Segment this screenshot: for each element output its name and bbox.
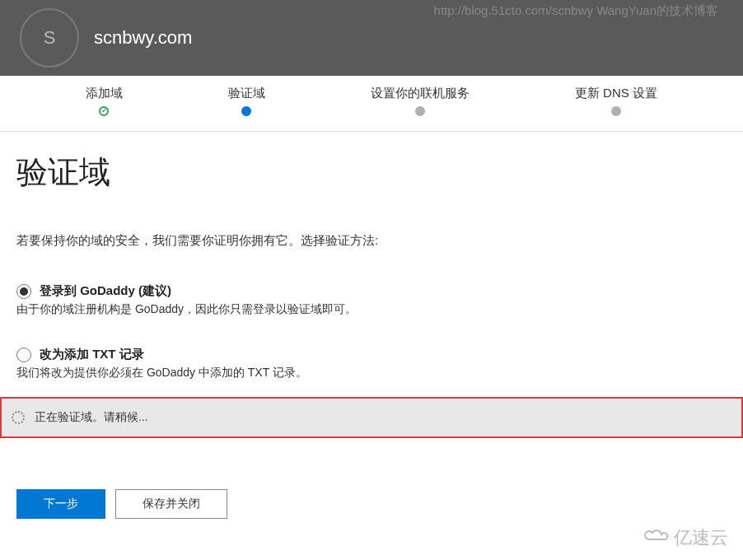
status-text: 正在验证域。请稍候... (35, 410, 148, 425)
radio-unselected-icon[interactable] (16, 348, 31, 362)
check-icon (99, 106, 109, 116)
step-online-services[interactable]: 设置你的联机服务 (371, 86, 470, 116)
step-update-dns[interactable]: 更新 DNS 设置 (575, 86, 657, 116)
content-area: 验证域 若要保持你的域的安全，我们需要你证明你拥有它。选择验证方法: 登录到 G… (0, 132, 743, 438)
step-verify-domain[interactable]: 验证域 (228, 86, 265, 116)
option-godaddy-label: 登录到 GoDaddy (建议) (40, 283, 171, 299)
step-label: 添加域 (86, 86, 123, 101)
footer-logo-text: 亿速云 (674, 525, 728, 550)
blog-watermark: http://blog.51cto.com/scnbwy WangYuan的技术… (434, 3, 718, 19)
step-label: 更新 DNS 设置 (575, 86, 657, 101)
next-button[interactable]: 下一步 (16, 489, 105, 519)
option-txt[interactable]: 改为添加 TXT 记录 我们将改为提供你必须在 GoDaddy 中添加的 TXT… (16, 347, 727, 380)
avatar-letter: S (44, 27, 56, 49)
option-txt-desc: 我们将改为提供你必须在 GoDaddy 中添加的 TXT 记录。 (16, 366, 727, 380)
dot-icon (241, 106, 251, 116)
save-close-button[interactable]: 保存并关闭 (115, 489, 227, 519)
dot-icon (415, 106, 425, 116)
step-label: 验证域 (228, 86, 265, 101)
spinner-icon (12, 411, 25, 424)
wizard-stepper: 添加域 验证域 设置你的联机服务 更新 DNS 设置 (0, 76, 743, 132)
footer-logo: 亿速云 (643, 525, 728, 550)
option-godaddy-desc: 由于你的域注册机构是 GoDaddy，因此你只需登录以验证域即可。 (16, 302, 727, 317)
step-add-domain[interactable]: 添加域 (86, 86, 123, 116)
button-row: 下一步 保存并关闭 (16, 489, 227, 519)
option-txt-label: 改为添加 TXT 记录 (40, 347, 144, 362)
domain-title: scnbwy.com (94, 27, 192, 49)
instruction-text: 若要保持你的域的安全，我们需要你证明你拥有它。选择验证方法: (16, 233, 727, 249)
cloud-icon (643, 527, 671, 548)
avatar: S (20, 8, 79, 68)
dot-icon (611, 106, 621, 116)
radio-selected-icon[interactable] (16, 284, 31, 299)
option-godaddy[interactable]: 登录到 GoDaddy (建议) 由于你的域注册机构是 GoDaddy，因此你只… (16, 283, 727, 317)
status-bar: 正在验证域。请稍候... (0, 397, 743, 438)
step-label: 设置你的联机服务 (371, 86, 470, 101)
page-title: 验证域 (16, 152, 727, 194)
